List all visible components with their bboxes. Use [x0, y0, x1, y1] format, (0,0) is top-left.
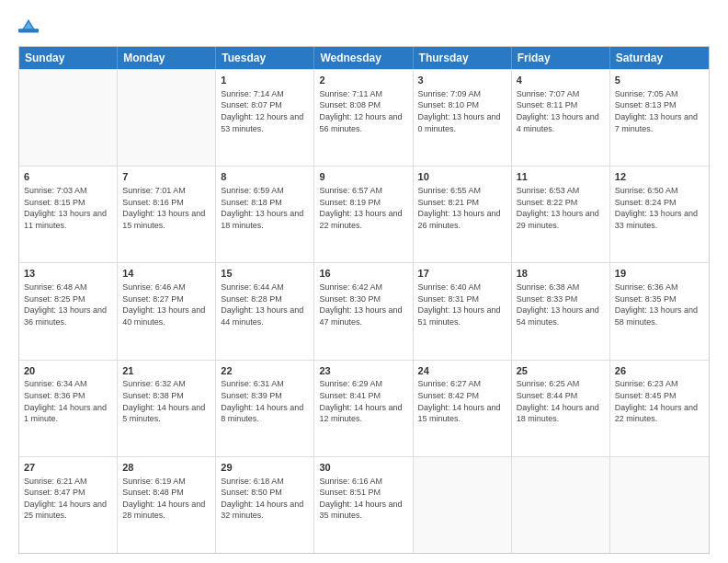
- day-number: 19: [615, 267, 704, 281]
- day-number: 16: [319, 267, 407, 281]
- day-info: Sunrise: 6:32 AM Sunset: 8:38 PM Dayligh…: [122, 378, 210, 424]
- calendar-cell: 30Sunrise: 6:16 AM Sunset: 8:51 PM Dayli…: [314, 457, 413, 553]
- day-info: Sunrise: 6:44 AM Sunset: 8:28 PM Dayligh…: [221, 282, 309, 327]
- day-info: Sunrise: 7:14 AM Sunset: 8:07 PM Dayligh…: [221, 88, 309, 134]
- day-info: Sunrise: 7:01 AM Sunset: 8:16 PM Dayligh…: [122, 185, 210, 231]
- day-number: 25: [517, 364, 605, 378]
- day-info: Sunrise: 6:16 AM Sunset: 8:51 PM Dayligh…: [319, 476, 407, 522]
- calendar-cell: 10Sunrise: 6:55 AM Sunset: 8:21 PM Dayli…: [414, 167, 512, 262]
- weekday-header: Saturday: [610, 47, 709, 69]
- calendar-cell: 28Sunrise: 6:19 AM Sunset: 8:48 PM Dayli…: [118, 457, 216, 553]
- calendar-cell: 17Sunrise: 6:40 AM Sunset: 8:31 PM Dayli…: [414, 263, 512, 359]
- day-info: Sunrise: 6:34 AM Sunset: 8:36 PM Dayligh…: [24, 378, 112, 424]
- calendar-cell: 18Sunrise: 6:38 AM Sunset: 8:33 PM Dayli…: [512, 263, 610, 359]
- calendar: SundayMondayTuesdayWednesdayThursdayFrid…: [18, 46, 710, 554]
- calendar-cell: 13Sunrise: 6:48 AM Sunset: 8:25 PM Dayli…: [19, 263, 118, 359]
- calendar-cell: 24Sunrise: 6:27 AM Sunset: 8:42 PM Dayli…: [414, 361, 512, 456]
- calendar-cell: [610, 457, 709, 553]
- day-info: Sunrise: 6:53 AM Sunset: 8:22 PM Dayligh…: [517, 185, 605, 231]
- calendar-body: 1Sunrise: 7:14 AM Sunset: 8:07 PM Daylig…: [19, 69, 709, 553]
- day-number: 4: [517, 74, 605, 87]
- calendar-cell: [512, 457, 610, 553]
- weekday-header: Monday: [118, 47, 216, 69]
- calendar-header: SundayMondayTuesdayWednesdayThursdayFrid…: [19, 47, 709, 69]
- day-number: 5: [615, 74, 704, 87]
- day-info: Sunrise: 7:03 AM Sunset: 8:15 PM Dayligh…: [24, 185, 112, 231]
- day-number: 14: [122, 267, 210, 281]
- calendar-cell: 19Sunrise: 6:36 AM Sunset: 8:35 PM Dayli…: [610, 263, 709, 359]
- day-number: 3: [418, 74, 506, 87]
- day-number: 7: [122, 170, 210, 184]
- day-number: 8: [221, 170, 309, 184]
- calendar-cell: 12Sunrise: 6:50 AM Sunset: 8:24 PM Dayli…: [610, 167, 709, 262]
- day-info: Sunrise: 7:05 AM Sunset: 8:13 PM Dayligh…: [615, 88, 704, 134]
- calendar-cell: 15Sunrise: 6:44 AM Sunset: 8:28 PM Dayli…: [216, 263, 314, 359]
- day-info: Sunrise: 6:36 AM Sunset: 8:35 PM Dayligh…: [615, 282, 704, 327]
- calendar-cell: [118, 70, 216, 166]
- day-info: Sunrise: 6:29 AM Sunset: 8:41 PM Dayligh…: [319, 378, 407, 424]
- day-number: 22: [221, 364, 309, 378]
- day-info: Sunrise: 6:23 AM Sunset: 8:45 PM Dayligh…: [615, 378, 704, 424]
- page: SundayMondayTuesdayWednesdayThursdayFrid…: [0, 0, 728, 563]
- day-number: 10: [418, 170, 506, 184]
- day-number: 27: [24, 461, 112, 475]
- day-number: 18: [517, 267, 605, 281]
- day-number: 6: [24, 170, 112, 184]
- day-number: 21: [122, 364, 210, 378]
- day-number: 9: [319, 170, 407, 184]
- calendar-cell: [414, 457, 512, 553]
- svg-rect-2: [18, 29, 39, 32]
- day-number: 26: [615, 364, 704, 378]
- calendar-cell: [19, 70, 118, 166]
- weekday-header: Wednesday: [314, 47, 413, 69]
- calendar-cell: 20Sunrise: 6:34 AM Sunset: 8:36 PM Dayli…: [19, 361, 118, 456]
- day-info: Sunrise: 7:07 AM Sunset: 8:11 PM Dayligh…: [517, 88, 605, 134]
- day-number: 2: [319, 74, 407, 87]
- calendar-cell: 11Sunrise: 6:53 AM Sunset: 8:22 PM Dayli…: [512, 167, 610, 262]
- day-number: 20: [24, 364, 112, 378]
- header: [18, 17, 710, 37]
- calendar-cell: 29Sunrise: 6:18 AM Sunset: 8:50 PM Dayli…: [216, 457, 314, 553]
- day-info: Sunrise: 6:46 AM Sunset: 8:27 PM Dayligh…: [122, 282, 210, 327]
- day-info: Sunrise: 6:57 AM Sunset: 8:19 PM Dayligh…: [319, 185, 407, 231]
- weekday-header: Friday: [512, 47, 610, 69]
- calendar-cell: 22Sunrise: 6:31 AM Sunset: 8:39 PM Dayli…: [216, 361, 314, 456]
- calendar-cell: 3Sunrise: 7:09 AM Sunset: 8:10 PM Daylig…: [414, 70, 512, 166]
- day-info: Sunrise: 6:19 AM Sunset: 8:48 PM Dayligh…: [122, 476, 210, 522]
- calendar-cell: 5Sunrise: 7:05 AM Sunset: 8:13 PM Daylig…: [610, 70, 709, 166]
- calendar-cell: 23Sunrise: 6:29 AM Sunset: 8:41 PM Dayli…: [314, 361, 413, 456]
- day-info: Sunrise: 6:31 AM Sunset: 8:39 PM Dayligh…: [221, 378, 309, 424]
- day-number: 28: [122, 461, 210, 475]
- calendar-row: 20Sunrise: 6:34 AM Sunset: 8:36 PM Dayli…: [19, 360, 709, 456]
- calendar-row: 13Sunrise: 6:48 AM Sunset: 8:25 PM Dayli…: [19, 262, 709, 359]
- calendar-cell: 8Sunrise: 6:59 AM Sunset: 8:18 PM Daylig…: [216, 167, 314, 262]
- calendar-cell: 26Sunrise: 6:23 AM Sunset: 8:45 PM Dayli…: [610, 361, 709, 456]
- logo: [18, 17, 42, 37]
- day-info: Sunrise: 6:21 AM Sunset: 8:47 PM Dayligh…: [24, 476, 112, 522]
- day-info: Sunrise: 6:59 AM Sunset: 8:18 PM Dayligh…: [221, 185, 309, 231]
- calendar-row: 6Sunrise: 7:03 AM Sunset: 8:15 PM Daylig…: [19, 166, 709, 262]
- calendar-cell: 7Sunrise: 7:01 AM Sunset: 8:16 PM Daylig…: [118, 167, 216, 262]
- calendar-cell: 2Sunrise: 7:11 AM Sunset: 8:08 PM Daylig…: [314, 70, 413, 166]
- day-info: Sunrise: 6:38 AM Sunset: 8:33 PM Dayligh…: [517, 282, 605, 327]
- day-info: Sunrise: 6:42 AM Sunset: 8:30 PM Dayligh…: [319, 282, 407, 327]
- weekday-header: Sunday: [19, 47, 118, 69]
- calendar-row: 1Sunrise: 7:14 AM Sunset: 8:07 PM Daylig…: [19, 69, 709, 166]
- day-info: Sunrise: 6:48 AM Sunset: 8:25 PM Dayligh…: [24, 282, 112, 327]
- day-info: Sunrise: 7:09 AM Sunset: 8:10 PM Dayligh…: [418, 88, 506, 134]
- calendar-cell: 27Sunrise: 6:21 AM Sunset: 8:47 PM Dayli…: [19, 457, 118, 553]
- day-info: Sunrise: 6:55 AM Sunset: 8:21 PM Dayligh…: [418, 185, 506, 231]
- day-info: Sunrise: 6:50 AM Sunset: 8:24 PM Dayligh…: [615, 185, 704, 231]
- day-number: 15: [221, 267, 309, 281]
- day-info: Sunrise: 6:18 AM Sunset: 8:50 PM Dayligh…: [221, 476, 309, 522]
- day-number: 12: [615, 170, 704, 184]
- day-number: 29: [221, 461, 309, 475]
- day-number: 1: [221, 74, 309, 87]
- calendar-cell: 14Sunrise: 6:46 AM Sunset: 8:27 PM Dayli…: [118, 263, 216, 359]
- weekday-header: Thursday: [414, 47, 512, 69]
- calendar-cell: 9Sunrise: 6:57 AM Sunset: 8:19 PM Daylig…: [314, 167, 413, 262]
- logo-icon: [18, 17, 39, 37]
- calendar-row: 27Sunrise: 6:21 AM Sunset: 8:47 PM Dayli…: [19, 456, 709, 553]
- calendar-cell: 1Sunrise: 7:14 AM Sunset: 8:07 PM Daylig…: [216, 70, 314, 166]
- day-info: Sunrise: 6:25 AM Sunset: 8:44 PM Dayligh…: [517, 378, 605, 424]
